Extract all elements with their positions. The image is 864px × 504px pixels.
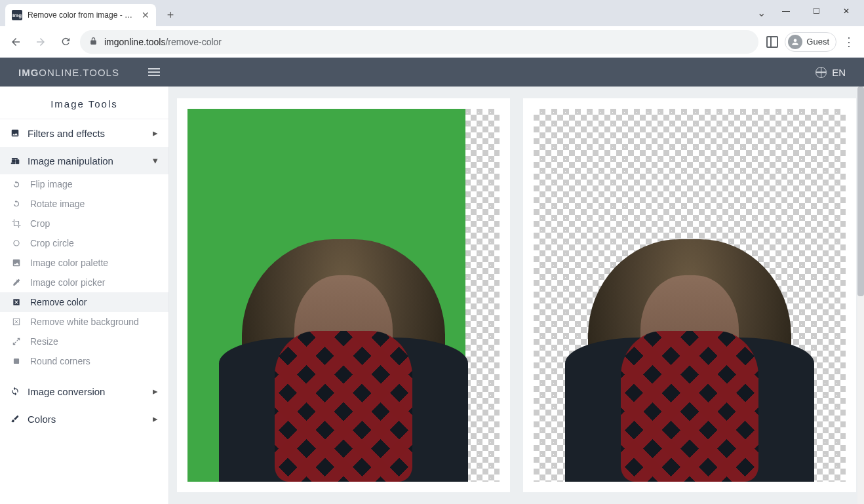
url-host: imgonline.tools (104, 37, 165, 47)
brand-logo[interactable]: IMGONLINE.TOOLS (18, 67, 119, 78)
chevron-right-icon: ▸ (153, 413, 158, 425)
before-image-card (177, 98, 510, 492)
sidebar-item-remove-color[interactable]: Remove color (0, 292, 168, 312)
sidebar: Image Tools Filters and effects ▸ Image … (0, 87, 169, 504)
after-image[interactable] (534, 109, 846, 482)
sidebar-item-label: Crop (30, 218, 50, 229)
browser-right-controls: Guest ⋮ (762, 32, 859, 52)
address-bar[interactable]: imgonline.tools/remove-color (80, 30, 758, 54)
after-image-card (523, 98, 856, 492)
resize-icon (12, 337, 22, 346)
sidebar-item-crop-circle[interactable]: Crop circle (0, 233, 168, 253)
window-maximize-button[interactable]: ☐ (801, 0, 831, 22)
sidebar-item-round-corners[interactable]: Round corners (0, 351, 168, 371)
refresh-icon (12, 180, 22, 189)
window-close-button[interactable]: ✕ (831, 0, 861, 22)
sidebar-item-resize[interactable]: Resize (0, 332, 168, 351)
sidebar-item-crop[interactable]: Crop (0, 214, 168, 233)
main-panel (169, 87, 864, 504)
person-illustration (552, 167, 827, 482)
remove-bg-icon (12, 317, 22, 326)
avatar-icon (788, 35, 802, 49)
browser-tab-strip: img Remove color from image - onlin ✕ + … (0, 0, 864, 26)
square-icon (12, 357, 22, 366)
sidebar-item-label: Image color palette (30, 258, 108, 268)
tab-favicon: img (12, 10, 22, 20)
sidebar-title: Image Tools (0, 87, 168, 119)
language-selector[interactable]: EN (815, 67, 846, 78)
sidebar-item-label: Flip image (30, 179, 73, 189)
language-label: EN (832, 67, 846, 78)
side-panel-icon[interactable] (766, 36, 778, 48)
window-minimize-button[interactable]: — (771, 0, 801, 22)
chevron-right-icon: ▸ (153, 127, 158, 139)
url-path: /remove-color (165, 37, 222, 47)
lock-icon (89, 37, 98, 47)
close-tab-icon[interactable]: ✕ (142, 10, 149, 20)
eyedropper-icon (12, 278, 22, 287)
scrollbar-thumb[interactable] (857, 87, 864, 296)
browser-tab[interactable]: img Remove color from image - onlin ✕ (5, 4, 156, 26)
sidebar-cat-image-conversion[interactable]: Image conversion ▸ (0, 378, 168, 405)
tabs-dropdown-icon[interactable]: ⌄ (757, 7, 766, 19)
brush-icon (10, 414, 20, 423)
person-illustration (206, 167, 481, 482)
sidebar-item-label: Round corners (30, 356, 90, 366)
sidebar-item-label: Remove color (30, 297, 87, 307)
sidebar-item-color-palette[interactable]: Image color palette (0, 253, 168, 273)
svg-point-0 (14, 241, 19, 246)
new-tab-button[interactable]: + (161, 6, 180, 24)
menu-icon[interactable] (148, 68, 160, 76)
chevron-down-icon: ▾ (153, 155, 158, 166)
svg-rect-3 (14, 359, 19, 364)
sidebar-item-label: Crop circle (30, 238, 74, 248)
content-area: Image Tools Filters and effects ▸ Image … (0, 87, 864, 504)
scrollbar-track[interactable] (857, 87, 864, 504)
url-text: imgonline.tools/remove-color (104, 37, 222, 47)
browser-menu-icon[interactable]: ⋮ (843, 35, 855, 49)
sidebar-cat-manipulations[interactable]: Image manipulation ▾ (0, 147, 168, 174)
palette-icon (12, 258, 22, 267)
sidebar-item-label: Resize (30, 336, 58, 347)
app-header: IMGONLINE.TOOLS EN (0, 58, 864, 87)
sidebar-item-remove-white-bg[interactable]: Remove white background (0, 312, 168, 332)
sidebar-cat-label: Colors (28, 414, 145, 425)
sidebar-item-label: Image color picker (30, 277, 105, 288)
remove-color-icon (12, 298, 22, 307)
sidebar-cat-colors[interactable]: Colors ▸ (0, 405, 168, 433)
globe-icon (815, 67, 827, 78)
profile-label: Guest (806, 37, 829, 47)
circle-icon (12, 239, 22, 248)
sidebar-cat-label: Image manipulation (28, 155, 145, 166)
sidebar-item-label: Remove white background (30, 317, 139, 327)
sidebar-cat-label: Image conversion (28, 386, 145, 397)
sync-icon (10, 387, 20, 396)
sidebar-item-rotate[interactable]: Rotate image (0, 194, 168, 214)
sidebar-item-flip[interactable]: Flip image (0, 174, 168, 194)
browser-toolbar: imgonline.tools/remove-color Guest ⋮ (0, 26, 864, 58)
chevron-right-icon: ▸ (153, 385, 158, 397)
devices-icon (10, 156, 20, 165)
sidebar-item-color-picker[interactable]: Image color picker (0, 273, 168, 292)
sidebar-item-label: Rotate image (30, 199, 85, 209)
reload-button[interactable] (55, 31, 76, 52)
back-button[interactable] (5, 31, 26, 52)
forward-button[interactable] (30, 31, 51, 52)
profile-button[interactable]: Guest (785, 32, 836, 52)
tab-title: Remove color from image - onlin (28, 10, 136, 20)
sidebar-cat-label: Filters and effects (28, 128, 145, 139)
sidebar-cat-filters[interactable]: Filters and effects ▸ (0, 119, 168, 147)
window-controls: — ☐ ✕ (771, 0, 861, 22)
image-icon (10, 128, 20, 138)
before-image[interactable] (187, 109, 500, 482)
rotate-icon (12, 199, 22, 208)
crop-icon (12, 219, 22, 228)
